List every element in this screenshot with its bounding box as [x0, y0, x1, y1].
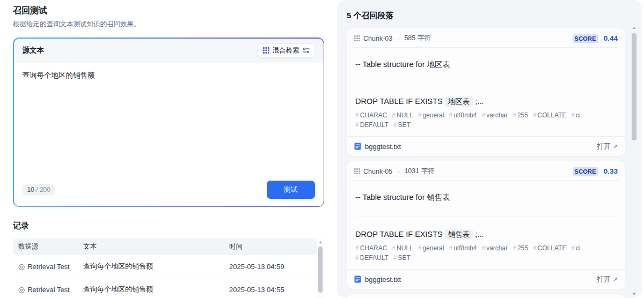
- records-title: 记录: [13, 221, 324, 231]
- scroll-down-icon[interactable]: ▼: [631, 292, 638, 296]
- tune-sliders-icon: [303, 47, 310, 54]
- records-scrollbar[interactable]: ▲ ▼: [317, 239, 324, 298]
- chunk-tag: #CHARAC: [355, 244, 387, 252]
- chunk-header: Chunk-05 · 1031 字符 SCORE 0.33: [347, 161, 625, 180]
- chunk-text-line: DROP TABLE IF EXISTS 地区表 ;...: [355, 97, 617, 107]
- chunk-tag: #ci: [571, 244, 580, 252]
- chunk-tag: #varchar: [482, 111, 508, 119]
- source-box-header: 源文本 混合检索: [14, 39, 324, 63]
- file-icon: [354, 275, 361, 283]
- chunk-tag: #NULL: [392, 111, 413, 119]
- chunk-card[interactable]: Chunk-03 · 585 字符 SCORE 0.44 -- Table st…: [347, 28, 625, 156]
- chunk-id: Chunk-03: [363, 35, 392, 42]
- source-file-link[interactable]: bgggtest.txt: [354, 143, 401, 151]
- table-name-chip: 地区表: [445, 96, 473, 107]
- search-mode-label: 混合检索: [273, 46, 299, 55]
- chunk-tags: #CHARAC#NULL#general#utf8mb4#varchar#255…: [355, 244, 617, 262]
- search-mode-button[interactable]: 混合检索: [258, 43, 315, 58]
- file-name: bgggtest.txt: [365, 143, 401, 151]
- record-time: 2025-05-13 04:55: [224, 279, 317, 298]
- chunk-card[interactable]: Chunk-05 · 1031 字符 SCORE 0.33 -- Table s…: [347, 161, 625, 289]
- record-time: 2025-05-13 04:59: [224, 256, 317, 277]
- test-button[interactable]: 测试: [267, 181, 315, 199]
- grid-dots-icon: [263, 47, 269, 54]
- chunk-card-partial[interactable]: [347, 294, 625, 298]
- chunk-tag: #utf8mb4: [449, 244, 477, 252]
- chunk-text-line: -- Table structure for 销售表: [355, 192, 617, 203]
- chunk-tag: #255: [513, 244, 528, 252]
- chunk-content: -- Table structure for 地区表 DROP TABLE IF…: [347, 48, 625, 136]
- source-text-box: 源文本 混合检索: [13, 38, 324, 207]
- source-box-footer: 10 / 200 测试: [14, 177, 324, 206]
- column-header-time: 时间: [224, 239, 317, 255]
- record-source: Retrieval Test: [27, 286, 70, 294]
- chunk-tag: #COLLATE: [533, 111, 566, 119]
- chunk-tag: #SET: [393, 254, 411, 262]
- score-value: 0.44: [604, 34, 618, 42]
- table-row[interactable]: ◎Retrieval Test 查询每个地区的销售额 2025-05-13 04…: [13, 255, 317, 278]
- scrollbar-thumb[interactable]: [318, 247, 323, 293]
- chunk-header: Chunk-03 · 585 字符 SCORE 0.44: [347, 28, 625, 47]
- chunk-footer: bgggtest.txt 打开↗: [347, 269, 625, 289]
- table-name-chip: 销售表: [445, 229, 473, 240]
- chunk-tag: #DEFAULT: [355, 254, 389, 262]
- char-counter: 10 / 200: [23, 184, 55, 195]
- open-file-button[interactable]: 打开↗: [597, 141, 618, 151]
- chunk-tag: #NULL: [392, 244, 413, 252]
- page-title: 召回测试: [13, 5, 324, 17]
- chunk-char-count: 1031 字符: [404, 167, 434, 176]
- chunk-footer: bgggtest.txt 打开↗: [347, 136, 625, 156]
- recall-results-panel: 5 个召回段落 Chunk-03 · 585 字符 SCORE 0.44: [337, 0, 642, 298]
- record-source: Retrieval Test: [27, 263, 70, 271]
- scroll-up-icon[interactable]: ▲: [317, 240, 324, 244]
- chunk-text-line: DROP TABLE IF EXISTS 销售表 ;...: [355, 230, 617, 240]
- chunk-grid-icon: [354, 168, 360, 174]
- file-name: bgggtest.txt: [365, 275, 401, 284]
- open-file-button[interactable]: 打开↗: [597, 274, 618, 284]
- recall-test-panel: 召回测试 根据给定的查询文本测试知识的召回效果。 源文本: [13, 5, 324, 298]
- chunk-id: Chunk-05: [363, 168, 392, 175]
- source-file-link[interactable]: bgggtest.txt: [354, 275, 401, 284]
- records-table-header: 数据源 文本 时间: [13, 239, 317, 255]
- chunk-list: Chunk-03 · 585 字符 SCORE 0.44 -- Table st…: [347, 28, 625, 298]
- column-header-source: 数据源: [13, 239, 78, 255]
- source-text-input[interactable]: 查询每个地区的销售额: [14, 63, 324, 177]
- chunk-tag: #utf8mb4: [449, 111, 477, 119]
- chunk-tag: #ci: [571, 111, 580, 119]
- score-badge: SCORE: [573, 34, 598, 43]
- open-external-icon: ↗: [613, 143, 618, 150]
- score-value: 0.33: [604, 167, 618, 175]
- open-external-icon: ↗: [613, 276, 618, 283]
- records-table: 数据源 文本 时间 ◎Retrieval Test 查询每个地区的销售额 202…: [13, 239, 324, 298]
- chunk-tag: #SET: [393, 121, 411, 129]
- chunk-text-line: -- Table structure for 地区表: [355, 59, 617, 70]
- chunk-char-count: 585 字符: [404, 34, 430, 43]
- chunk-grid-icon: [354, 35, 360, 41]
- source-text-label: 源文本: [23, 46, 45, 55]
- chunk-tag: #255: [513, 111, 528, 119]
- chunk-tags: #CHARAC#NULL#general#utf8mb4#varchar#255…: [355, 111, 617, 129]
- chunk-content: -- Table structure for 销售表 DROP TABLE IF…: [347, 181, 625, 269]
- chunks-scrollbar[interactable]: ▲ ▼: [631, 26, 638, 296]
- chunk-tag: #general: [418, 244, 444, 252]
- page-subtitle: 根据给定的查询文本测试知识的召回效果。: [13, 20, 324, 29]
- record-text: 查询每个地区的销售额: [78, 255, 224, 278]
- file-icon: [354, 143, 361, 150]
- chunk-tag: #CHARAC: [355, 111, 387, 119]
- chunk-tag: #COLLATE: [533, 244, 566, 252]
- chunk-tag: #DEFAULT: [355, 121, 389, 129]
- target-icon: ◎: [18, 286, 25, 293]
- table-row[interactable]: ◎Retrieval Test 查询每个地区的销售额 2025-05-13 04…: [13, 278, 317, 298]
- score-badge: SCORE: [573, 167, 598, 176]
- dot-separator: ·: [396, 168, 401, 175]
- scrollbar-thumb[interactable]: [632, 33, 636, 140]
- dot-separator: ·: [396, 35, 401, 42]
- record-text: 查询每个地区的销售额: [78, 278, 224, 298]
- scroll-up-icon[interactable]: ▲: [631, 26, 638, 29]
- column-header-text: 文本: [78, 239, 224, 255]
- chunk-tag: #varchar: [482, 244, 508, 252]
- results-title: 5 个召回段落: [347, 11, 642, 21]
- chunk-tag: #general: [418, 111, 444, 119]
- target-icon: ◎: [18, 263, 25, 270]
